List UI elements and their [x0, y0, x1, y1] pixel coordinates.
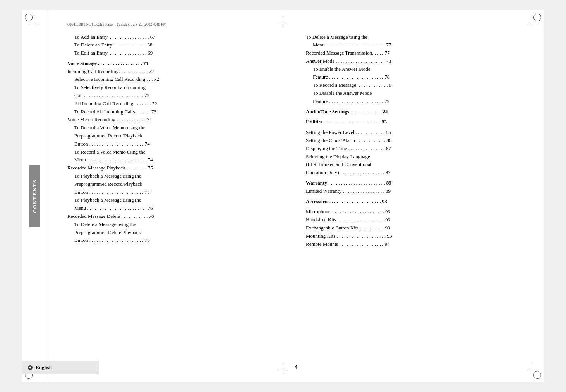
toc-entry: Remote Mounts . . . . . . . . . . . . . …	[306, 240, 529, 248]
english-tab-label: English	[36, 365, 52, 371]
toc-entry: Call . . . . . . . . . . . . . . . . . .…	[67, 92, 290, 100]
toc-entry: Recorded Message Transmission. . . . . 7…	[306, 49, 529, 57]
toc-entry: To Enable the Answer Mode	[306, 65, 529, 74]
toc-entry: Operation Only) . . . . . . . . . . . . …	[306, 169, 529, 177]
toc-entry: To Record a Voice Memo using the	[67, 148, 290, 156]
toc-entry: Menu . . . . . . . . . . . . . . . . . .…	[306, 41, 529, 49]
toc-entry: To Delete an Entry. . . . . . . . . . . …	[67, 41, 290, 49]
toc-entry: Accessories . . . . . . . . . . . . . . …	[306, 198, 529, 206]
toc-entry: Utilities . . . . . . . . . . . . . . . …	[306, 118, 529, 126]
toc-entry: Setting the Clock/Alarm . . . . . . . . …	[306, 137, 529, 145]
english-tab: English	[22, 361, 99, 374]
toc-entry: Button . . . . . . . . . . . . . . . . .…	[67, 140, 290, 148]
toc-left-column: To Add an Entry. . . . . . . . . . . . .…	[67, 33, 290, 370]
toc-entry: Button . . . . . . . . . . . . . . . . .…	[67, 236, 290, 245]
toc-entry: Recorded Message Playback. . . . . . . .…	[67, 164, 290, 172]
toc-entry: Menu . . . . . . . . . . . . . . . . . .…	[67, 156, 290, 164]
toc-entry: To Record a Voice Memo using the	[67, 124, 290, 132]
toc-entry: Recorded Message Delete . . . . . . . . …	[67, 212, 290, 221]
contents-tab-label: CONTENTS	[29, 165, 40, 227]
toc-entry: (LTR Trunked and Conventional	[306, 161, 529, 169]
page: CONTENTS 6864110R13-OTOC.fm Page 4 Tuesd…	[0, 0, 566, 392]
sidebar: CONTENTS	[22, 10, 48, 382]
toc-entry: Preprogrammed Record/Playback	[67, 132, 290, 140]
toc-entry: Incoming Call Recording. . . . . . . . .…	[67, 68, 290, 76]
toc-entry: Voice Memo Recording . . . . . . . . . .…	[67, 116, 290, 124]
toc-entry: To Record All Incoming Calls . . . . . .…	[67, 108, 290, 116]
bullet-icon	[28, 365, 33, 370]
toc-entry: To Delete a Message using the	[67, 221, 290, 229]
toc-entry: To Add an Entry. . . . . . . . . . . . .…	[67, 33, 290, 41]
toc-entry: Audio/Tone Settings . . . . . . . . . . …	[306, 108, 529, 116]
toc-entry: Warranty . . . . . . . . . . . . . . . .…	[306, 179, 529, 187]
toc-entry: Feature . . . . . . . . . . . . . . . . …	[306, 73, 529, 81]
toc-entry: Exchangeable Button Kits . . . . . . . .…	[306, 224, 529, 232]
main-content: 6864110R13-OTOC.fm Page 4 Tuesday, July …	[48, 10, 544, 382]
toc-entry: To Playback a Message using the	[67, 196, 290, 204]
toc-entry: Selecting the Display Language	[306, 153, 529, 161]
toc-entry: All Incoming Call Recording . . . . . . …	[67, 100, 290, 108]
page-number: 4	[295, 364, 298, 370]
toc-entry: Handsfree Kits . . . . . . . . . . . . .…	[306, 216, 529, 224]
toc-entry: To Edit an Entry. . . . . . . . . . . . …	[67, 49, 290, 57]
toc-entry: Menu . . . . . . . . . . . . . . . . . .…	[67, 204, 290, 212]
toc-entry: To Playback a Message using the	[67, 172, 290, 180]
toc-entry: Feature . . . . . . . . . . . . . . . . …	[306, 98, 529, 106]
toc-entry: Setting the Power Level . . . . . . . . …	[306, 128, 529, 137]
toc-entry: Preprogrammed Record/Playback	[67, 180, 290, 188]
toc-entry: Answer Mode . . . . . . . . . . . . . . …	[306, 57, 529, 65]
toc-entry: To Record a Message. . . . . . . . . . .…	[306, 81, 529, 89]
toc-entry: To Delete a Message using the	[306, 33, 529, 41]
toc-entry: Mounting Kits . . . . . . . . . . . . . …	[306, 232, 529, 240]
toc-columns: To Add an Entry. . . . . . . . . . . . .…	[67, 33, 529, 370]
header-file-info: 6864110R13-OTOC.fm Page 4 Tuesday, July …	[67, 22, 529, 26]
toc-entry: Limited Warranty . . . . . . . . . . . .…	[306, 187, 529, 195]
toc-entry: To Selectively Record an Incoming	[67, 84, 290, 92]
toc-entry: Selective Incoming Call Recording . . . …	[67, 75, 290, 84]
toc-entry: To Disable the Answer Mode	[306, 89, 529, 98]
toc-entry: Button . . . . . . . . . . . . . . . . .…	[67, 188, 290, 197]
toc-entry: Displaying the Time . . . . . . . . . . …	[306, 145, 529, 153]
book-page: CONTENTS 6864110R13-OTOC.fm Page 4 Tuesd…	[22, 10, 544, 382]
toc-right-column: To Delete a Message using theMenu . . . …	[306, 33, 529, 370]
toc-entry: Microphones. . . . . . . . . . . . . . .…	[306, 208, 529, 216]
toc-entry: Voice Storage . . . . . . . . . . . . . …	[67, 60, 290, 68]
toc-entry: Preprogrammed Delete Playback	[67, 229, 290, 237]
